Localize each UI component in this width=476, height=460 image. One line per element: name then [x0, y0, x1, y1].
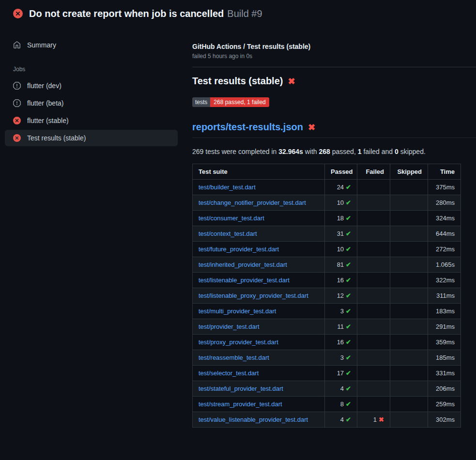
table-header-row: Test suitePassedFailedSkippedTime: [193, 164, 461, 180]
sidebar-job-item[interactable]: flutter (dev): [5, 77, 178, 94]
suite-link[interactable]: test/inherited_provider_test.dart: [199, 261, 287, 268]
passed-count: 4: [340, 416, 344, 423]
cell-skipped: [390, 195, 428, 211]
cell-skipped: [390, 304, 428, 319]
cell-test-suite: test/inherited_provider_test.dart: [193, 257, 325, 273]
cell-time: 331ms: [428, 366, 461, 381]
cell-skipped: [390, 226, 428, 242]
column-header: Skipped: [390, 164, 428, 180]
cell-test-suite: test/change_notifier_provider_test.dart: [193, 195, 325, 211]
run-header: Do not create report when job is cancell…: [0, 0, 476, 27]
cell-failed: [357, 226, 390, 242]
cell-time: 359ms: [428, 335, 461, 350]
suite-link[interactable]: test/selector_test.dart: [199, 369, 259, 377]
cell-time: 375ms: [428, 180, 461, 195]
table-row: test/consumer_test.dart 18✔ 324ms: [193, 211, 461, 226]
table-row: test/listenable_proxy_provider_test.dart…: [193, 288, 461, 304]
suite-link[interactable]: test/change_notifier_provider_test.dart: [199, 199, 306, 206]
passed-count: 10: [337, 199, 344, 206]
suite-link[interactable]: test/value_listenable_provider_test.dart: [199, 416, 308, 423]
summary-skipped-count: 0: [395, 148, 399, 155]
pass-check-icon: ✔: [346, 385, 351, 392]
cell-test-suite: test/stream_provider_test.dart: [193, 397, 325, 412]
table-row: test/future_provider_test.dart 10✔ 272ms: [193, 242, 461, 257]
pass-check-icon: ✔: [346, 369, 351, 377]
pass-check-icon: ✔: [346, 323, 351, 330]
cell-skipped: [390, 242, 428, 257]
cancelled-stop-icon: [13, 99, 21, 107]
cell-failed: 1✖: [357, 412, 390, 428]
suite-link[interactable]: test/listenable_provider_test.dart: [199, 276, 290, 284]
summary-duration: 32.964s: [278, 148, 303, 155]
cell-failed: [357, 211, 390, 226]
cell-time: 206ms: [428, 381, 461, 397]
cell-passed: 12✔: [325, 288, 357, 304]
job-label: flutter (stable): [27, 117, 69, 124]
table-row: test/reassemble_test.dart 3✔ 185ms: [193, 350, 461, 366]
home-icon: [13, 41, 21, 49]
section-failed-cross-icon: ✖: [288, 77, 295, 86]
cell-test-suite: test/value_listenable_provider_test.dart: [193, 412, 325, 428]
suite-link[interactable]: test/reassemble_test.dart: [199, 354, 269, 361]
passed-count: 24: [337, 184, 344, 191]
pass-check-icon: ✔: [346, 416, 351, 423]
test-results-table: Test suitePassedFailedSkippedTime test/b…: [192, 164, 461, 428]
suite-link[interactable]: test/proxy_provider_test.dart: [199, 338, 278, 346]
sidebar-job-item[interactable]: flutter (stable): [5, 112, 178, 129]
cell-failed: [357, 288, 390, 304]
passed-count: 16: [337, 276, 344, 284]
suite-link[interactable]: test/future_provider_test.dart: [199, 245, 279, 253]
cell-time: 259ms: [428, 397, 461, 412]
table-row: test/change_notifier_provider_test.dart …: [193, 195, 461, 211]
suite-link[interactable]: test/multi_provider_test.dart: [199, 307, 276, 315]
suite-link[interactable]: test/stateful_provider_test.dart: [199, 385, 283, 392]
breadcrumb: GitHub Actions / Test results (stable): [192, 43, 476, 50]
sidebar-job-item[interactable]: Test results (stable): [5, 130, 178, 146]
test-table-body: test/builder_test.dart 24✔ 375ms test/ch…: [193, 180, 461, 428]
cell-failed: [357, 304, 390, 319]
job-label: Test results (stable): [27, 134, 86, 142]
table-row: test/multi_provider_test.dart 3✔ 183ms: [193, 304, 461, 319]
cell-passed: 3✔: [325, 304, 357, 319]
table-row: test/provider_test.dart 11✔ 291ms: [193, 319, 461, 335]
column-header: Passed: [325, 164, 357, 180]
table-row: test/builder_test.dart 24✔ 375ms: [193, 180, 461, 195]
pass-check-icon: ✔: [346, 184, 351, 191]
cell-skipped: [390, 257, 428, 273]
cell-failed: [357, 242, 390, 257]
cell-failed: [357, 319, 390, 335]
cell-test-suite: test/listenable_provider_test.dart: [193, 273, 325, 288]
sidebar-job-item[interactable]: flutter (beta): [5, 95, 178, 111]
suite-link[interactable]: test/context_test.dart: [199, 230, 257, 237]
suite-link[interactable]: test/listenable_proxy_provider_test.dart: [199, 292, 308, 299]
cell-test-suite: test/provider_test.dart: [193, 319, 325, 335]
pass-check-icon: ✔: [346, 230, 351, 237]
job-label: flutter (beta): [27, 99, 63, 107]
cell-passed: 18✔: [325, 211, 357, 226]
cell-time: 272ms: [428, 242, 461, 257]
cancelled-stop-icon: [13, 82, 21, 90]
column-header: Test suite: [193, 164, 325, 180]
suite-link[interactable]: test/provider_test.dart: [199, 323, 260, 330]
jobs-section-label: Jobs: [13, 66, 178, 73]
sidebar-item-summary[interactable]: Summary: [5, 37, 178, 53]
cell-test-suite: test/builder_test.dart: [193, 180, 325, 195]
report-failed-cross-icon: ✖: [308, 123, 315, 132]
tests-badge: tests 268 passed, 1 failed: [192, 97, 269, 107]
report-link[interactable]: reports/test-results.json: [192, 122, 303, 133]
badge-value: 268 passed, 1 failed: [210, 97, 269, 107]
passed-count: 11: [338, 323, 344, 330]
suite-link[interactable]: test/builder_test.dart: [199, 184, 256, 191]
jobs-list: flutter (dev) flutter (beta) flutter (st…: [5, 77, 178, 146]
cell-failed: [357, 381, 390, 397]
cell-passed: 24✔: [325, 180, 357, 195]
failed-count: 1: [373, 416, 377, 423]
cell-passed: 3✔: [325, 350, 357, 366]
cell-test-suite: test/proxy_provider_test.dart: [193, 335, 325, 350]
pass-check-icon: ✔: [346, 338, 351, 346]
suite-link[interactable]: test/stream_provider_test.dart: [199, 400, 282, 408]
cell-passed: 4✔: [325, 412, 357, 428]
suite-link[interactable]: test/consumer_test.dart: [199, 215, 264, 222]
cell-passed: 10✔: [325, 242, 357, 257]
cell-skipped: [390, 397, 428, 412]
